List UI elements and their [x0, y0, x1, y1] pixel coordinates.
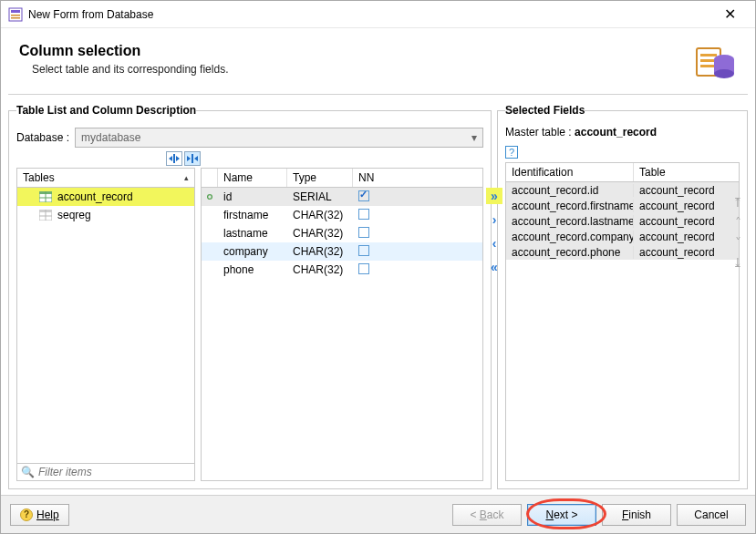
database-value: mydatabase — [81, 131, 140, 144]
checkbox-icon — [358, 190, 369, 201]
wizard-header: Column selection Select table and its co… — [1, 28, 755, 94]
back-button: < Back — [452, 504, 522, 526]
checkbox-icon — [358, 209, 369, 220]
column-type: SERIAL — [287, 190, 353, 203]
page-subtitle: Select table and its corresponding field… — [19, 63, 695, 76]
selected-table: account_record — [634, 184, 720, 197]
selected-field-row[interactable]: account_record.lastnameaccount_record — [506, 213, 739, 229]
add-one-button[interactable]: › — [486, 211, 502, 228]
column-nn[interactable] — [353, 209, 389, 222]
selected-id: account_record.lastname — [506, 215, 634, 228]
column-width-toolbar — [16, 151, 483, 166]
tables-columns-split: Tables ▴ account_record seqreg — [16, 168, 483, 481]
svg-rect-2 — [11, 15, 20, 16]
column-row[interactable]: firstname CHAR(32) — [202, 206, 482, 224]
selected-field-row[interactable]: account_record.firstnameaccount_record — [506, 198, 739, 213]
selected-id: account_record.phone — [506, 246, 634, 259]
help-icon: ? — [20, 508, 33, 521]
expand-columns-button[interactable] — [184, 151, 201, 166]
svg-rect-5 — [700, 54, 717, 56]
svg-rect-12 — [192, 154, 193, 163]
columns-header: Name Type NN — [202, 169, 482, 188]
tables-columns-fieldset: Table List and Column Description Databa… — [8, 104, 492, 489]
move-up-button[interactable]: ˄ — [735, 215, 741, 230]
checkbox-icon — [358, 245, 369, 256]
column-nn[interactable] — [353, 245, 389, 259]
remove-all-button[interactable]: « — [486, 259, 502, 275]
master-table-value: account_record — [575, 126, 657, 139]
table-icon — [39, 191, 52, 202]
sort-asc-icon: ▴ — [184, 173, 189, 182]
selected-field-row[interactable]: account_record.phoneaccount_record — [506, 244, 739, 260]
svg-rect-1 — [11, 10, 20, 13]
selected-id: account_record.company — [506, 231, 634, 243]
filter-row: 🔍 — [16, 464, 195, 481]
col-header-nn[interactable]: NN — [353, 169, 389, 187]
move-buttons-column: » › ‹ « — [486, 188, 502, 275]
column-row[interactable]: phone CHAR(32) — [202, 261, 482, 279]
column-nn[interactable] — [353, 263, 389, 277]
tables-list[interactable]: account_record seqreg — [16, 187, 195, 464]
database-select[interactable]: mydatabase ▾ — [75, 128, 483, 148]
column-row[interactable]: lastname CHAR(32) — [202, 224, 482, 242]
page-title: Column selection — [19, 43, 695, 59]
filter-input[interactable] — [38, 466, 191, 478]
search-icon: 🔍 — [21, 466, 35, 478]
svg-rect-3 — [11, 17, 20, 19]
help-hint-icon[interactable]: ? — [505, 146, 518, 159]
selected-fields-legend: Selected Fields — [505, 104, 585, 117]
col-header-key[interactable] — [202, 169, 218, 187]
reorder-buttons-column: ⤒ ˄ ˅ ⤓ — [732, 195, 743, 270]
col-header-table[interactable]: Table — [634, 163, 671, 181]
tables-header[interactable]: Tables ▴ — [16, 168, 195, 187]
column-type: CHAR(32) — [287, 263, 353, 276]
column-row[interactable]: id SERIAL — [202, 188, 482, 206]
column-type: CHAR(32) — [287, 209, 353, 221]
column-type: CHAR(32) — [287, 245, 353, 258]
fit-columns-button[interactable] — [166, 151, 182, 166]
cancel-button[interactable]: Cancel — [677, 504, 746, 526]
remove-one-button[interactable]: ‹ — [486, 235, 502, 252]
chevron-down-icon: ▾ — [471, 131, 477, 144]
move-down-button[interactable]: ˅ — [735, 235, 741, 250]
checkbox-icon — [358, 263, 369, 274]
column-name: firstname — [218, 209, 287, 221]
master-table-label: Master table : — [505, 126, 572, 139]
table-item-label: seqreg — [57, 209, 91, 221]
table-item-seqreg[interactable]: seqreg — [17, 206, 194, 224]
help-button[interactable]: ? Help — [10, 504, 69, 526]
selected-field-row[interactable]: account_record.companyaccount_record — [506, 229, 739, 244]
finish-button[interactable]: Finish — [602, 504, 671, 526]
move-top-button[interactable]: ⤒ — [732, 195, 743, 210]
col-header-name[interactable]: Name — [218, 169, 287, 187]
column-row[interactable]: company CHAR(32) — [202, 242, 482, 261]
header-divider — [8, 94, 748, 95]
selected-id: account_record.firstname — [506, 200, 634, 212]
move-bottom-button[interactable]: ⤓ — [732, 255, 743, 270]
column-name: lastname — [218, 227, 287, 240]
checkbox-icon — [358, 227, 369, 238]
selected-table: account_record — [634, 215, 720, 228]
next-button[interactable]: Next > — [527, 504, 596, 526]
app-icon — [8, 7, 23, 22]
tables-columns-legend: Table List and Column Description — [16, 104, 196, 117]
column-nn[interactable] — [353, 227, 389, 241]
selected-id: account_record.id — [506, 184, 634, 197]
svg-point-21 — [208, 195, 212, 200]
selected-table: account_record — [634, 200, 720, 212]
col-header-type[interactable]: Type — [287, 169, 353, 187]
add-all-button[interactable]: » — [486, 188, 502, 204]
table-item-account-record[interactable]: account_record — [17, 188, 194, 206]
selected-table: account_record — [634, 246, 720, 259]
col-header-identification[interactable]: Identification — [506, 163, 634, 181]
master-table-row: Master table : account_record — [505, 124, 740, 144]
selected-field-row[interactable]: account_record.idaccount_record — [506, 182, 739, 198]
column-name: id — [218, 190, 287, 203]
close-button[interactable]: ✕ — [711, 5, 748, 23]
primary-key-icon — [202, 192, 218, 201]
titlebar: New Form from Database ✕ — [1, 1, 755, 28]
columns-body: id SERIAL firstname CHAR(32) las — [202, 188, 482, 279]
column-nn[interactable] — [353, 190, 389, 204]
database-row: Database : mydatabase ▾ — [16, 128, 483, 148]
selected-fields-fieldset: Selected Fields » › ‹ « Master table : a… — [497, 104, 748, 489]
